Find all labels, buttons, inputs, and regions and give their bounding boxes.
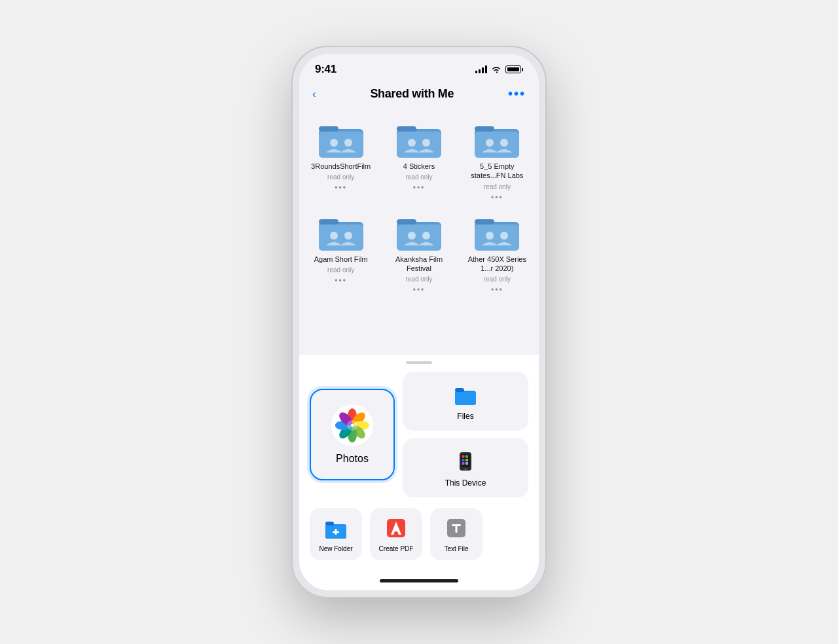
svg-rect-11 [475, 126, 494, 132]
new-folder-button[interactable]: New Folder [310, 508, 362, 560]
actions-row: New Folder Create PDF [299, 508, 539, 571]
nav-title: Shared with Me [370, 87, 454, 101]
folder-icon [318, 213, 365, 252]
svg-rect-53 [464, 469, 467, 470]
main-apps-row: Photos Files [299, 372, 539, 508]
folder-status: read only [484, 276, 511, 283]
folder-icon [395, 120, 443, 159]
folder-name: Agam Short Film [314, 255, 368, 264]
folder-name: 3RoundsShortFilm [311, 162, 371, 171]
list-item[interactable]: Akanksha Film Festival read only ••• [385, 213, 452, 295]
folder-status: read only [405, 173, 432, 181]
folder-status: read only [405, 276, 432, 283]
svg-rect-1 [319, 126, 338, 132]
svg-point-9 [422, 139, 430, 147]
svg-rect-51 [462, 462, 465, 465]
folder-status: read only [327, 266, 354, 274]
right-apps: Files [403, 372, 528, 497]
svg-point-18 [330, 232, 338, 240]
status-time: 9:41 [315, 63, 337, 76]
folder-dots[interactable]: ••• [491, 285, 503, 295]
sheet-handle [406, 361, 432, 364]
svg-rect-2 [319, 132, 363, 158]
photos-app-button[interactable]: Photos [310, 389, 395, 480]
more-button[interactable]: ••• [508, 86, 526, 101]
home-indicator [299, 571, 539, 590]
svg-rect-21 [397, 219, 416, 224]
folder-dots[interactable]: ••• [413, 183, 426, 192]
svg-rect-22 [397, 224, 441, 251]
nav-bar: ‹ Shared with Me ••• [299, 81, 539, 109]
folder-icon [318, 120, 365, 159]
svg-rect-17 [319, 224, 363, 251]
files-label: Files [457, 412, 473, 421]
folder-icon [473, 120, 520, 159]
folder-name: 5_5 Empty states...FN Labs [464, 162, 531, 181]
list-item[interactable]: 5_5 Empty states...FN Labs read only ••• [464, 120, 531, 202]
photos-icon [331, 404, 373, 446]
list-item[interactable]: Agam Short Film read only ••• [307, 213, 374, 295]
back-icon: ‹ [312, 88, 316, 101]
status-icons [475, 65, 523, 73]
signal-icon [475, 65, 487, 73]
new-folder-icon [323, 515, 349, 541]
svg-rect-6 [397, 126, 416, 132]
this-device-label: This Device [445, 478, 486, 488]
svg-point-28 [486, 232, 494, 240]
home-bar [380, 579, 458, 582]
svg-point-13 [486, 139, 494, 147]
svg-point-14 [500, 139, 508, 147]
text-file-button[interactable]: Text File [430, 508, 483, 560]
svg-point-4 [344, 139, 352, 147]
svg-rect-43 [455, 392, 476, 405]
text-file-icon [443, 515, 469, 541]
svg-rect-16 [319, 219, 338, 224]
folder-dots[interactable]: ••• [335, 183, 347, 192]
svg-point-19 [344, 232, 352, 240]
svg-rect-48 [465, 456, 468, 458]
status-bar: 9:41 [299, 54, 539, 81]
folder-icon [395, 213, 443, 252]
folder-status: read only [327, 173, 354, 181]
list-item[interactable]: 4 Stickers read only ••• [385, 120, 452, 202]
wifi-icon [491, 65, 501, 73]
new-folder-label: New Folder [319, 545, 352, 553]
svg-rect-42 [455, 388, 464, 392]
folder-name: 4 Stickers [403, 162, 435, 171]
folder-dots[interactable]: ••• [491, 193, 503, 202]
svg-rect-49 [462, 459, 465, 461]
create-pdf-label: Create PDF [379, 545, 414, 553]
svg-point-8 [408, 139, 416, 147]
this-device-button[interactable]: This Device [403, 438, 528, 497]
files-app-icon [452, 382, 479, 408]
this-device-icon [452, 448, 479, 474]
folder-name: Akanksha Film Festival [385, 255, 452, 274]
files-grid: 3RoundsShortFilm read only ••• [299, 109, 539, 355]
svg-rect-27 [475, 224, 519, 251]
list-item[interactable]: Ather 450X Series 1...r 2020) read only … [464, 213, 531, 295]
svg-point-3 [330, 139, 338, 147]
bottom-sheet: Photos Files [299, 355, 539, 571]
svg-rect-65 [456, 524, 458, 533]
files-app-button[interactable]: Files [403, 372, 528, 431]
svg-rect-56 [325, 522, 334, 526]
photos-label: Photos [336, 453, 369, 465]
folder-name: Ather 450X Series 1...r 2020) [464, 255, 531, 274]
folder-dots[interactable]: ••• [413, 285, 426, 295]
folder-icon [473, 213, 520, 252]
svg-rect-59 [333, 531, 339, 533]
create-pdf-button[interactable]: Create PDF [370, 508, 422, 560]
folder-status: read only [484, 183, 511, 190]
folder-dots[interactable]: ••• [335, 276, 347, 285]
svg-point-39 [347, 420, 357, 431]
list-item[interactable]: 3RoundsShortFilm read only ••• [307, 120, 374, 202]
svg-rect-26 [475, 219, 494, 224]
battery-icon [505, 65, 523, 73]
svg-rect-47 [462, 456, 465, 458]
back-button[interactable]: ‹ [312, 88, 316, 101]
svg-rect-7 [397, 132, 441, 158]
svg-rect-52 [465, 462, 468, 465]
svg-point-29 [500, 232, 508, 240]
svg-point-24 [422, 232, 430, 240]
svg-rect-50 [465, 459, 468, 461]
